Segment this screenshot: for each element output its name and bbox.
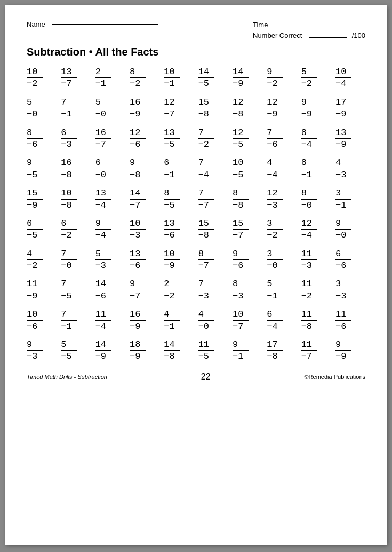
top-number: 14 [130, 188, 140, 199]
top-number: 9 [233, 340, 238, 350]
bottom-number: −8 [130, 169, 146, 180]
bottom-number: −6 [130, 138, 146, 150]
bottom-number: −6 [27, 138, 43, 150]
problem: 9−3 [27, 340, 57, 362]
bottom-number: −9 [267, 108, 283, 120]
problem: 14−7 [130, 188, 159, 211]
top-number: 5 [95, 249, 101, 259]
problem: 7−7 [198, 188, 228, 211]
bottom-number: −4 [335, 77, 351, 89]
top-number: 15 [198, 218, 209, 229]
bottom-number: −6 [130, 259, 146, 271]
top-number: 10 [61, 188, 71, 199]
top-number: 3 [335, 188, 341, 199]
bottom-number: −5 [198, 350, 214, 362]
bottom-number: −8 [61, 169, 77, 180]
problem: 5−0 [27, 97, 57, 120]
bottom-number: −3 [233, 290, 249, 302]
problem: 15−9 [27, 188, 57, 211]
bottom-number: −8 [164, 350, 180, 362]
problem-row: 4−27−05−313−610−98−79−63−011−36−6 [27, 249, 365, 272]
top-number: 5 [27, 97, 32, 108]
problem: 18−9 [130, 340, 159, 362]
top-number: 9 [267, 67, 272, 77]
bottom-number: −5 [164, 199, 180, 211]
top-number: 10 [233, 309, 243, 320]
problem: 14−6 [95, 279, 125, 302]
problem: 17−9 [335, 97, 365, 120]
top-number: 6 [267, 309, 272, 320]
bottom-number: −0 [198, 320, 214, 332]
bottom-number: −1 [61, 108, 77, 120]
problem: 2−2 [164, 279, 194, 302]
time-section: Time Number Correct /100 [253, 20, 365, 41]
bottom-number: −4 [301, 138, 317, 150]
problem: 15−8 [198, 97, 228, 120]
problem-row: 6−56−29−410−313−615−815−73−212−49−0 [27, 218, 365, 241]
top-number: 11 [301, 340, 312, 350]
problem: 13−5 [164, 128, 194, 151]
problem-row: 10−213−72−18−210−114−514−99−25−210−4 [27, 67, 365, 90]
top-number: 13 [130, 249, 140, 259]
top-number: 2 [164, 279, 169, 289]
top-number: 12 [233, 97, 243, 108]
top-number: 4 [164, 309, 169, 320]
top-number: 4 [198, 309, 204, 320]
top-number: 9 [335, 340, 341, 350]
problem: 12−6 [130, 128, 159, 151]
problem: 8−8 [233, 188, 262, 211]
bottom-number: −2 [164, 290, 180, 302]
bottom-number: −6 [95, 290, 111, 302]
problem: 8−7 [198, 249, 228, 272]
problem: 6−0 [95, 157, 125, 180]
number-underline [309, 37, 347, 38]
problem: 8−6 [27, 128, 57, 151]
bottom-number: −1 [301, 169, 317, 180]
bottom-number: −7 [130, 290, 146, 302]
problem: 11−9 [27, 279, 57, 302]
bottom-number: −3 [61, 138, 77, 150]
problem: 9−7 [130, 279, 159, 302]
top-number: 3 [267, 218, 272, 229]
problem: 13−9 [335, 128, 365, 151]
footer-left: Timed Math Drills - Subtraction [27, 374, 107, 380]
problem: 7−5 [61, 279, 91, 302]
top-number: 9 [130, 157, 135, 168]
top-number: 7 [198, 128, 204, 138]
problem: 14−9 [233, 67, 262, 90]
top-number: 9 [130, 279, 135, 289]
problem: 8−2 [130, 67, 159, 90]
top-number: 13 [164, 128, 174, 138]
top-number: 15 [233, 218, 243, 229]
problem: 10−4 [335, 67, 365, 90]
problem: 8−3 [233, 279, 262, 302]
problem: 9−9 [335, 340, 365, 362]
time-underline [275, 27, 318, 27]
top-number: 4 [27, 249, 32, 259]
top-number: 7 [198, 279, 204, 289]
bottom-number: −9 [130, 350, 146, 362]
problem: 6−6 [335, 249, 365, 272]
bottom-number: −7 [233, 229, 249, 241]
bottom-number: −1 [164, 77, 180, 89]
top-number: 3 [267, 249, 272, 259]
top-number: 6 [61, 128, 66, 138]
top-number: 9 [301, 97, 307, 108]
problem: 11−8 [301, 309, 331, 332]
problem: 3−0 [267, 249, 297, 272]
bottom-number: −4 [95, 320, 111, 332]
problem: 16−7 [95, 128, 125, 151]
time-row: Time [253, 20, 318, 30]
problem: 6−3 [61, 128, 91, 151]
bottom-number: −1 [267, 290, 283, 302]
top-number: 12 [233, 128, 243, 138]
bottom-number: −2 [130, 77, 146, 89]
bottom-number: −7 [61, 77, 77, 89]
top-number: 9 [95, 218, 101, 229]
bottom-number: −7 [301, 350, 317, 362]
top-number: 9 [27, 157, 32, 168]
bottom-number: −8 [61, 199, 77, 211]
problem: 9−6 [233, 249, 262, 272]
bottom-number: −7 [164, 108, 180, 120]
top-number: 13 [95, 188, 106, 199]
